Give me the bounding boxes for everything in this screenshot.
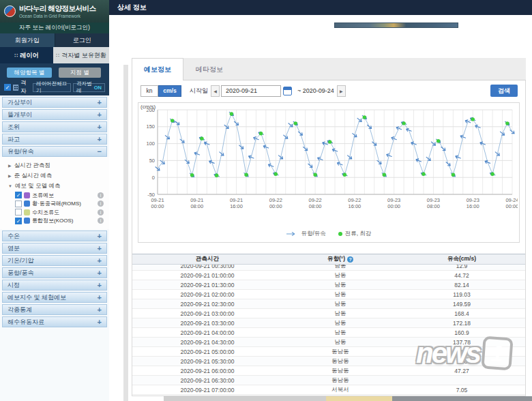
tab-forecast-info[interactable]: 예보정보 — [132, 58, 183, 80]
cell-direction: 남동 — [282, 265, 398, 270]
frequent-layer-bar[interactable]: 자주 보는 레이어(비로그인) — [0, 23, 109, 33]
end-date-text: ~ 2020-09-24 — [297, 87, 334, 94]
prev-day-button[interactable]: ◀ — [211, 85, 220, 97]
tree-arrow-icon: ▶ — [8, 163, 12, 168]
svg-text:08:00: 08:00 — [427, 203, 440, 209]
layer-label: 조류예보 — [32, 192, 54, 199]
numeric-chart-icon — [24, 209, 30, 216]
cell-direction: 남동 — [282, 271, 398, 280]
layer-item[interactable]: 수치조류도i — [0, 208, 109, 217]
table-row: 2020-09-21 01:00:00남동44.72 — [132, 271, 525, 280]
collapse-icon: − — [98, 147, 102, 155]
cell-time: 2020-09-21 06:00:00 — [132, 368, 282, 374]
cell-time: 2020-09-21 05:00:00 — [132, 348, 282, 355]
col-direction-label: 유향(°) — [327, 255, 345, 263]
sidebar-item[interactable]: 파고+ — [2, 134, 107, 145]
cell-speed: 47.27 — [398, 368, 525, 374]
calendar-icon[interactable] — [283, 87, 292, 95]
unit-cms-button[interactable]: cm/s — [158, 85, 181, 97]
layer-checkbox[interactable]: ✓ — [15, 192, 22, 198]
koos-model-icon — [24, 218, 30, 224]
cell-time: 2020-09-21 00:30:00 — [132, 265, 282, 269]
info-icon[interactable]: i — [98, 218, 104, 224]
sidebar-item[interactable]: 각종통계+ — [2, 304, 107, 315]
search-controls: kn cm/s 시작일 ◀ ~ 2020-09-24 ▶ 검색 — [132, 80, 525, 101]
layer-item[interactable]: ✓통합정보(KOOS)i — [0, 217, 109, 226]
table-row: 2020-09-21 06:30:00동남동 — [132, 376, 525, 385]
tab-layer[interactable]: ∷ 레이어 — [0, 47, 53, 63]
tree-item[interactable]: ▶준 실시간 예측 — [0, 170, 109, 181]
vertical-scrollbar[interactable] — [123, 65, 128, 401]
unit-kn-button[interactable]: kn — [141, 85, 158, 97]
login-button[interactable]: 로그인 — [55, 33, 110, 47]
svg-text:150: 150 — [146, 123, 155, 130]
cell-time: 2020-09-21 07:00:00 — [132, 387, 282, 393]
green-dot-icon — [338, 232, 342, 236]
table-row: 2020-09-21 07:00:00서북서7.05 — [132, 385, 525, 395]
search-button[interactable]: 검색 — [490, 85, 518, 97]
sidebar-item[interactable]: 수온+ — [2, 231, 107, 241]
table-body: 2020-09-21 00:30:00남동12.92020-09-21 01:0… — [132, 265, 525, 396]
grid-legend-toggle[interactable]: 격자범례 ON — [73, 83, 105, 92]
expand-icon: + — [98, 306, 102, 314]
sidebar-item[interactable]: 가상부이+ — [2, 97, 107, 108]
grid-checkbox[interactable]: ✓ — [4, 84, 11, 91]
table-row: 2020-09-21 02:30:00남동149.59 — [132, 299, 525, 309]
tab-grid-status[interactable]: ∷ 격자별 보유현황 — [53, 47, 109, 63]
cell-direction: 동남동 — [282, 357, 398, 366]
expand-icon: + — [98, 123, 102, 131]
sidebar-item[interactable]: 염분+ — [2, 243, 107, 254]
accordion-top: 가상부이+뜰개부이+조위+파고+ — [0, 97, 109, 145]
info-icon[interactable]: i — [98, 200, 104, 207]
next-day-button[interactable]: ▶ — [337, 85, 346, 97]
sidebar-item[interactable]: 기온/기압+ — [2, 255, 107, 266]
svg-text:0: 0 — [152, 175, 155, 181]
layer-checkbox[interactable] — [15, 200, 22, 207]
sidebar-item-label: 해수유동자료 — [8, 318, 44, 327]
layer-item[interactable]: ✓조류예보i — [0, 191, 109, 200]
signup-button[interactable]: 회원가입 — [0, 33, 55, 47]
roms-model-icon — [24, 200, 30, 207]
cell-speed: 119.03 — [398, 291, 525, 298]
tab-meta-info[interactable]: 메타정보 — [183, 58, 235, 80]
detail-card: 예보정보 메타정보 kn cm/s 시작일 ◀ ~ 2020-09-24 ▶ 검… — [132, 58, 526, 396]
layer-checkbox[interactable]: ✓ — [15, 218, 22, 224]
bottom-panel-edge — [164, 396, 532, 401]
sidebar-item-current[interactable]: 유향/유속 − — [2, 146, 107, 157]
sidebar-item[interactable]: 예보지수 및 체험예보+ — [2, 292, 107, 303]
tree-item-label: 준 실시간 예측 — [14, 172, 53, 180]
info-icon[interactable]: i — [98, 192, 104, 198]
detail-titlebar: 상세 정보 — [109, 0, 532, 15]
app-logo[interactable]: 바다누리 해양정보서비스 Ocean Data in Grid Framewor… — [0, 0, 109, 23]
layer-label: 수치조류도 — [32, 209, 59, 216]
sidebar-item[interactable]: 풍향/풍속+ — [2, 267, 107, 278]
sidebar-item[interactable]: 뜰개부이+ — [2, 109, 107, 120]
svg-text:00:00: 00:00 — [151, 203, 164, 209]
expand-icon: + — [98, 135, 102, 143]
info-icon[interactable]: i — [98, 209, 104, 216]
sidebar-item[interactable]: 해수유동자료+ — [2, 316, 107, 327]
tree-item-label: 실시간 관측점 — [14, 162, 50, 170]
by-ocean-item-button[interactable]: 해양항목 별 — [7, 68, 52, 78]
svg-text:08:00: 08:00 — [309, 203, 322, 209]
expand-icon: + — [98, 98, 102, 106]
tree-arrow-icon: ▼ — [8, 184, 12, 188]
tab-layer-label: 레이어 — [20, 51, 39, 60]
cell-direction: 남동 — [282, 329, 398, 337]
arrow-marker-icon — [286, 231, 298, 237]
map-thumbnail-strip — [334, 23, 458, 28]
layer-checkbox[interactable] — [15, 209, 22, 216]
by-station-button[interactable]: 지점 별 — [59, 68, 101, 78]
layers-off-button[interactable]: 레이어전체끄기 — [33, 83, 71, 92]
sidebar-item-label: 풍향/풍속 — [8, 269, 34, 278]
tree-item[interactable]: ▼예보 및 모델 예측 — [0, 181, 109, 191]
layer-item[interactable]: 황·동중국해(ROMS)i — [0, 200, 109, 209]
help-icon[interactable]: ? — [347, 256, 353, 263]
tree-item[interactable]: ▶실시간 관측점 — [0, 160, 109, 170]
legend-slack-max-label: 전류, 최강 — [345, 230, 372, 238]
start-date-input[interactable] — [221, 85, 281, 97]
sidebar-item[interactable]: 시정+ — [2, 280, 107, 291]
svg-text:00:00: 00:00 — [506, 203, 518, 209]
layer-label: 황·동중국해(ROMS) — [32, 200, 81, 207]
sidebar-item[interactable]: 조위+ — [2, 121, 107, 132]
